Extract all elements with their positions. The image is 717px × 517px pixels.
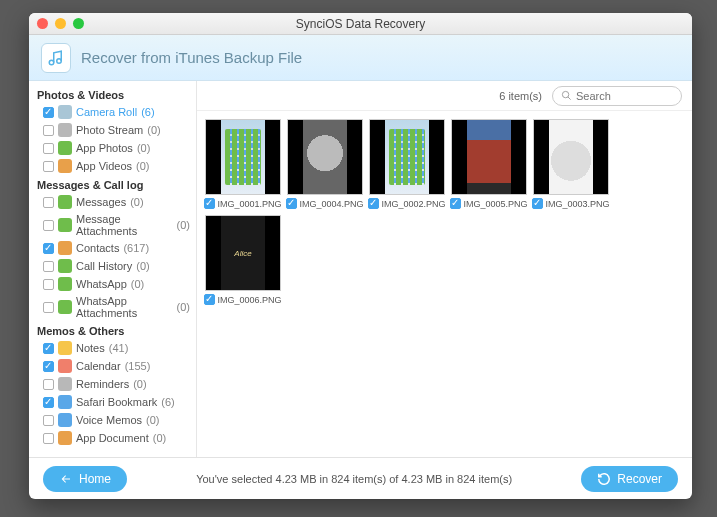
checkbox[interactable] <box>43 397 54 408</box>
msgatt-icon <box>58 218 72 232</box>
checkbox[interactable] <box>43 125 54 136</box>
thumbnail-filename: IMG_0003.PNG <box>545 199 609 209</box>
page-header: Recover from iTunes Backup File <box>29 35 692 81</box>
sidebar-item-label: App Document <box>76 432 149 444</box>
sidebar-item-label: App Photos <box>76 142 133 154</box>
voice-icon <box>58 413 72 427</box>
recover-button[interactable]: Recover <box>581 466 678 492</box>
checkbox[interactable] <box>43 379 54 390</box>
checkbox[interactable] <box>43 415 54 426</box>
sidebar-item-whatsapp[interactable]: WhatsApp(0) <box>29 275 196 293</box>
sidebar-item-notes[interactable]: Notes(41) <box>29 339 196 357</box>
thumbnail-filename: IMG_0005.PNG <box>463 199 527 209</box>
thumbnail[interactable]: IMG_0005.PNG <box>451 119 527 209</box>
search-input[interactable] <box>576 90 692 102</box>
checkbox[interactable] <box>43 197 54 208</box>
minimize-button[interactable] <box>55 18 66 29</box>
home-button[interactable]: Home <box>43 466 127 492</box>
sidebar-item-message-attachments[interactable]: Message Attachments(0) <box>29 211 196 239</box>
calendar-icon <box>58 359 72 373</box>
sidebar-item-count: (155) <box>125 360 151 372</box>
sidebar-item-contacts[interactable]: Contacts(617) <box>29 239 196 257</box>
thumbnail[interactable]: IMG_0004.PNG <box>287 119 363 209</box>
sidebar-item-label: App Videos <box>76 160 132 172</box>
arrow-left-icon <box>59 473 73 485</box>
thumbnail-image <box>385 119 429 195</box>
pstream-icon <box>58 123 72 137</box>
svg-point-0 <box>49 60 54 65</box>
content-pane: 6 item(s) IMG_0001.PNGIMG_0004.PNGIMG_00… <box>197 81 692 457</box>
whatsapp-icon <box>58 277 72 291</box>
svg-line-3 <box>568 97 571 100</box>
appvideos-icon <box>58 159 72 173</box>
sidebar-item-count: (617) <box>123 242 149 254</box>
thumbnail-image <box>221 119 265 195</box>
sidebar-item-label: Safari Bookmark <box>76 396 157 408</box>
checkbox[interactable] <box>204 294 215 305</box>
checkbox[interactable] <box>204 198 215 209</box>
svg-point-2 <box>562 91 568 97</box>
sidebar-item-label: Notes <box>76 342 105 354</box>
checkbox[interactable] <box>43 243 54 254</box>
sidebar-item-count: (41) <box>109 342 129 354</box>
checkbox[interactable] <box>450 198 461 209</box>
checkbox[interactable] <box>43 143 54 154</box>
search-icon <box>561 90 572 101</box>
sidebar-item-app-photos[interactable]: App Photos(0) <box>29 139 196 157</box>
sidebar-item-messages[interactable]: Messages(0) <box>29 193 196 211</box>
recover-button-label: Recover <box>617 472 662 486</box>
checkbox[interactable] <box>532 198 543 209</box>
close-button[interactable] <box>37 18 48 29</box>
checkbox[interactable] <box>368 198 379 209</box>
sidebar-item-whatsapp-attachments[interactable]: WhatsApp Attachments(0) <box>29 293 196 321</box>
sidebar-item-calendar[interactable]: Calendar(155) <box>29 357 196 375</box>
sidebar-item-app-videos[interactable]: App Videos(0) <box>29 157 196 175</box>
checkbox[interactable] <box>43 161 54 172</box>
thumbnail-image <box>467 119 511 195</box>
callhist-icon <box>58 259 72 273</box>
sidebar-item-photo-stream[interactable]: Photo Stream(0) <box>29 121 196 139</box>
checkbox[interactable] <box>43 261 54 272</box>
thumbnail-filename: IMG_0006.PNG <box>217 295 281 305</box>
sidebar-item-label: Voice Memos <box>76 414 142 426</box>
thumbnail-frame <box>369 119 445 195</box>
thumbnail-image: Alice <box>221 215 265 291</box>
window-title: SynciOS Data Recovery <box>29 17 692 31</box>
sidebar-item-camera-roll[interactable]: Camera Roll(6) <box>29 103 196 121</box>
sidebar-item-reminders[interactable]: Reminders(0) <box>29 375 196 393</box>
reminders-icon <box>58 377 72 391</box>
titlebar: SynciOS Data Recovery <box>29 13 692 35</box>
checkbox[interactable] <box>43 107 54 118</box>
checkbox[interactable] <box>43 279 54 290</box>
thumbnail[interactable]: AliceIMG_0006.PNG <box>205 215 281 305</box>
sidebar-item-count: (0) <box>133 378 146 390</box>
safari-icon <box>58 395 72 409</box>
search-box[interactable] <box>552 86 682 106</box>
maximize-button[interactable] <box>73 18 84 29</box>
checkbox[interactable] <box>43 302 54 313</box>
sidebar-item-label: Messages <box>76 196 126 208</box>
body: Photos & VideosCamera Roll(6)Photo Strea… <box>29 81 692 457</box>
sidebar-item-label: Reminders <box>76 378 129 390</box>
sidebar-item-label: Call History <box>76 260 132 272</box>
thumbnail-grid: IMG_0001.PNGIMG_0004.PNGIMG_0002.PNGIMG_… <box>197 111 692 457</box>
sidebar-item-count: (6) <box>141 106 154 118</box>
checkbox[interactable] <box>43 361 54 372</box>
sidebar-item-count: (0) <box>146 414 159 426</box>
checkbox[interactable] <box>43 433 54 444</box>
checkbox[interactable] <box>286 198 297 209</box>
checkbox[interactable] <box>43 343 54 354</box>
thumbnail[interactable]: IMG_0002.PNG <box>369 119 445 209</box>
sidebar-item-count: (0) <box>136 260 149 272</box>
sidebar-item-safari-bookmark[interactable]: Safari Bookmark(6) <box>29 393 196 411</box>
sidebar[interactable]: Photos & VideosCamera Roll(6)Photo Strea… <box>29 81 197 457</box>
sidebar-item-label: WhatsApp Attachments <box>76 295 173 319</box>
sidebar-item-voice-memos[interactable]: Voice Memos(0) <box>29 411 196 429</box>
checkbox[interactable] <box>43 220 54 231</box>
thumbnail[interactable]: IMG_0003.PNG <box>533 119 609 209</box>
thumbnail[interactable]: IMG_0001.PNG <box>205 119 281 209</box>
sidebar-item-app-document[interactable]: App Document(0) <box>29 429 196 447</box>
sidebar-item-count: (0) <box>147 124 160 136</box>
thumbnail-image <box>303 119 347 195</box>
sidebar-item-call-history[interactable]: Call History(0) <box>29 257 196 275</box>
